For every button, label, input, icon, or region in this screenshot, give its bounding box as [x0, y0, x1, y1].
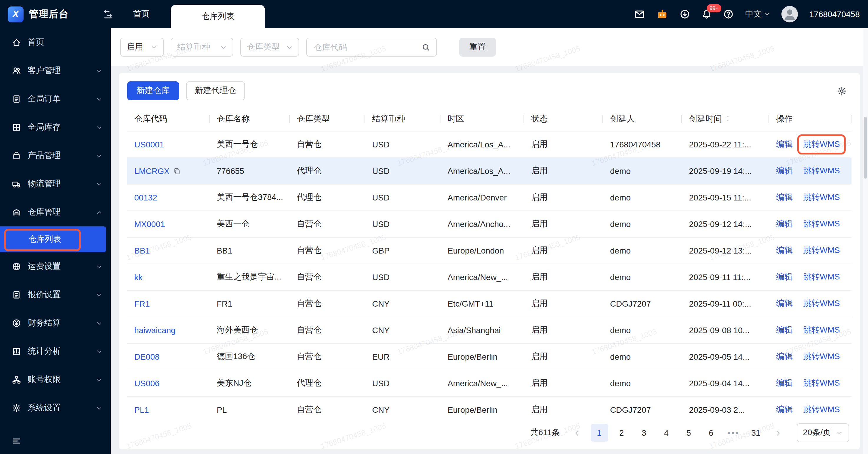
edit-link[interactable]: 编辑	[776, 245, 793, 255]
menu-toggle-icon[interactable]	[12, 436, 21, 446]
edit-link[interactable]: 编辑	[776, 139, 793, 149]
currency-cell: EUR	[365, 343, 440, 370]
warehouse-code-link[interactable]: US006	[134, 378, 160, 388]
help-icon[interactable]	[723, 9, 734, 20]
prev-page-button[interactable]	[568, 424, 586, 442]
sidebar-item-home[interactable]: 首页	[0, 28, 111, 57]
jump-wms-link[interactable]: 跳转WMS	[803, 166, 840, 175]
warehouse-code-link[interactable]: US0001	[134, 140, 164, 149]
copy-icon[interactable]	[173, 167, 181, 175]
jump-wms-link[interactable]: 跳转WMS	[803, 299, 840, 308]
currency-filter-select[interactable]: 结算币种	[171, 38, 233, 57]
jump-wms-link[interactable]: 跳转WMS	[803, 139, 840, 149]
sidebar-item-warehouse-management[interactable]: 仓库管理	[0, 198, 111, 226]
warehouse-code-link[interactable]: BB1	[134, 246, 150, 255]
created-time-cell: 2025-09-04 14...	[682, 370, 769, 397]
avatar[interactable]	[782, 6, 798, 22]
jump-wms-link[interactable]: 跳转WMS	[803, 351, 840, 361]
sidebar-item-product-management[interactable]: 产品管理	[0, 142, 111, 170]
sidebar-item-account-permissions[interactable]: 账号权限	[0, 366, 111, 394]
quote-icon	[12, 290, 21, 300]
inbox-icon[interactable]	[634, 9, 645, 20]
table-row: PL1PL自营仓CNYEurope/Berlin启用CDGJ72072025-0…	[127, 397, 851, 416]
page-button-3[interactable]: 3	[635, 424, 653, 442]
page-button-5[interactable]: 5	[680, 424, 698, 442]
page-button-6[interactable]: 6	[702, 424, 720, 442]
page-ellipsis[interactable]: •••	[724, 428, 742, 437]
edit-link[interactable]: 编辑	[776, 325, 793, 334]
sidebar-item-label: 报价设置	[28, 289, 90, 300]
sidebar-item-label: 全局订单	[28, 94, 90, 104]
edit-link[interactable]: 编辑	[776, 299, 793, 308]
page-size-select[interactable]: 20条/页	[797, 423, 849, 442]
sidebar-item-global-inventory[interactable]: 全局库存	[0, 113, 111, 142]
page-button-1[interactable]: 1	[590, 424, 608, 442]
jump-wms-link[interactable]: 跳转WMS	[803, 404, 840, 414]
page-scrollbar[interactable]	[863, 28, 868, 454]
status-filter-select[interactable]: 启用	[120, 38, 164, 57]
reset-button[interactable]: 重置	[459, 38, 496, 57]
sidebar-item-label: 产品管理	[28, 150, 90, 161]
warehouse-type-filter-select[interactable]: 仓库类型	[240, 38, 299, 57]
jump-wms-wrap: 跳转WMS	[803, 139, 840, 150]
collapse-sidebar-icon[interactable]	[103, 9, 113, 19]
scrollbar-thumb[interactable]	[864, 117, 867, 179]
timezone-cell: America/Los_A...	[440, 158, 524, 184]
notifications[interactable]: 99+	[702, 9, 712, 20]
edit-link[interactable]: 编辑	[776, 166, 793, 175]
sidebar-item-label: 系统设置	[28, 403, 90, 413]
new-warehouse-button[interactable]: 新建仓库	[127, 81, 179, 100]
sort-icon[interactable]	[724, 114, 732, 123]
robot-assistant-icon[interactable]	[656, 8, 669, 20]
warehouse-code-link[interactable]: PL1	[134, 405, 149, 415]
warehouse-code-input[interactable]	[313, 42, 418, 53]
warehouse-code-link[interactable]: DE008	[134, 352, 160, 362]
table-row: FR1FR1自营仓CNYEtc/GMT+11启用CDGJ72072025-09-…	[127, 290, 851, 317]
warehouse-code-link[interactable]: 00132	[134, 193, 157, 202]
currency-cell: CNY	[365, 290, 440, 317]
edit-link[interactable]: 编辑	[776, 219, 793, 228]
table-settings-icon[interactable]	[837, 86, 847, 96]
jump-wms-link[interactable]: 跳转WMS	[803, 245, 840, 255]
edit-link[interactable]: 编辑	[776, 351, 793, 361]
chevron-down-icon	[96, 405, 102, 411]
sidebar-item-global-orders[interactable]: 全局订单	[0, 85, 111, 113]
sidebar-item-statistics-analysis[interactable]: 统计分析	[0, 337, 111, 366]
sidebar-item-warehouse-list[interactable]: 仓库列表	[0, 226, 106, 252]
page-button-4[interactable]: 4	[657, 424, 675, 442]
language-selector[interactable]: 中文	[745, 9, 771, 20]
jump-wms-link[interactable]: 跳转WMS	[803, 272, 840, 281]
status-cell: 启用	[524, 370, 603, 397]
edit-link[interactable]: 编辑	[776, 404, 793, 414]
jump-wms-link[interactable]: 跳转WMS	[803, 192, 840, 202]
jump-wms-wrap: 跳转WMS	[803, 272, 840, 282]
warehouse-code-cell: 00132	[127, 184, 210, 211]
sidebar-item-system-settings[interactable]: 系统设置	[0, 394, 111, 422]
warehouse-code-link[interactable]: haiwaicang	[134, 325, 176, 335]
jump-wms-link[interactable]: 跳转WMS	[803, 325, 840, 334]
search-icon[interactable]	[422, 43, 431, 52]
jump-wms-wrap: 跳转WMS	[803, 166, 840, 176]
sidebar-item-customer-management[interactable]: 客户管理	[0, 57, 111, 85]
warehouse-code-link[interactable]: FR1	[134, 299, 150, 308]
sidebar-item-quote-settings[interactable]: 报价设置	[0, 281, 111, 309]
warehouse-code-link[interactable]: LMCRGX	[134, 166, 169, 176]
jump-wms-link[interactable]: 跳转WMS	[803, 219, 840, 228]
next-page-button[interactable]	[769, 424, 787, 442]
warehouse-code-link[interactable]: kk	[134, 273, 143, 282]
topbar-tab-warehouse-list[interactable]: 仓库列表	[171, 5, 265, 28]
warehouse-code-link[interactable]: MX0001	[134, 219, 165, 229]
edit-link[interactable]: 编辑	[776, 272, 793, 281]
sidebar-item-freight-settings[interactable]: 运费设置	[0, 252, 111, 281]
jump-wms-link[interactable]: 跳转WMS	[803, 378, 840, 387]
topbar-tab-home[interactable]: 首页	[121, 0, 161, 28]
edit-link[interactable]: 编辑	[776, 378, 793, 387]
page-button-2[interactable]: 2	[613, 424, 630, 442]
currency-cell: USD	[365, 184, 440, 211]
new-agent-warehouse-button[interactable]: 新建代理仓	[186, 81, 245, 100]
download-icon[interactable]	[680, 9, 690, 20]
sidebar-item-finance-settlement[interactable]: 财务结算	[0, 309, 111, 337]
sidebar-item-logistics-management[interactable]: 物流管理	[0, 170, 111, 198]
edit-link[interactable]: 编辑	[776, 192, 793, 202]
page-button-31[interactable]: 31	[747, 424, 765, 442]
